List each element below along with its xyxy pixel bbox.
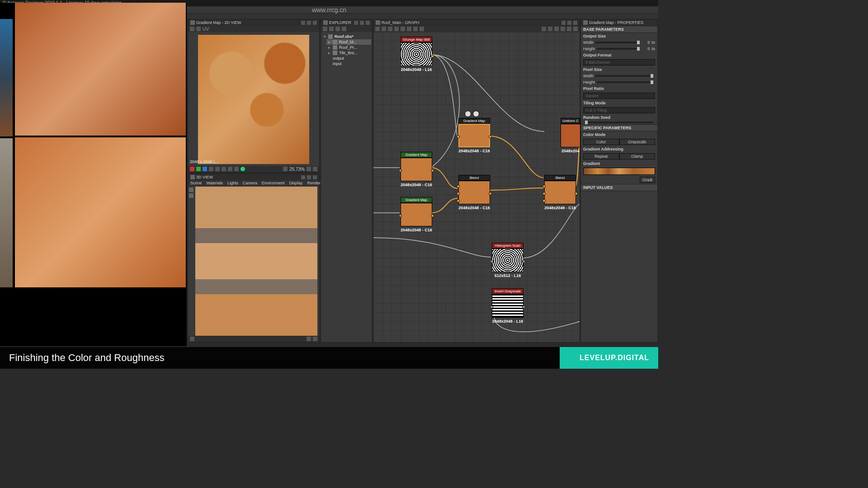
port-out[interactable] xyxy=(575,192,578,195)
graph-tool-icon[interactable] xyxy=(554,27,559,31)
channel-b-icon[interactable] xyxy=(203,167,207,171)
port-in[interactable] xyxy=(542,192,546,195)
menu-display[interactable]: Display xyxy=(289,181,303,186)
port-in[interactable] xyxy=(490,260,493,263)
grid-icon[interactable] xyxy=(209,167,213,171)
port-in[interactable] xyxy=(457,135,460,138)
port-out[interactable] xyxy=(489,135,492,138)
section-input-values[interactable]: INPUT VALUES xyxy=(581,184,657,191)
section-base-params[interactable]: BASE PARAMETERS xyxy=(581,26,657,33)
node-blend[interactable]: Blend 2048x2048 - C16 xyxy=(458,175,490,210)
node-gradient-map[interactable]: Gradient Map 2048x2048 - C16 xyxy=(458,118,490,153)
color-indicator-icon[interactable] xyxy=(241,167,245,171)
inherit-label[interactable]: In xyxy=(651,47,655,51)
port-in[interactable] xyxy=(542,199,546,202)
port-in[interactable] xyxy=(399,169,402,172)
node-action-icon[interactable] xyxy=(473,111,479,117)
graph-tool-icon[interactable] xyxy=(420,27,424,31)
graph-tool-icon[interactable] xyxy=(573,27,578,31)
channel-r-icon[interactable] xyxy=(190,167,194,171)
pixel-width-slider[interactable] xyxy=(595,75,653,77)
tool-icon[interactable] xyxy=(196,27,201,31)
seed-slider[interactable] xyxy=(585,122,653,123)
graph-tool-icon[interactable] xyxy=(407,27,411,31)
explorer-tool-icon[interactable] xyxy=(329,27,334,31)
port-in[interactable] xyxy=(457,192,460,195)
graph-tool-icon[interactable] xyxy=(548,27,552,31)
popout-icon[interactable] xyxy=(360,21,364,25)
explorer-tool-icon[interactable] xyxy=(323,27,327,31)
stats-icon[interactable] xyxy=(307,337,311,341)
node-invert-grayscale[interactable]: Invert Grayscale 2048x2048 - L16 xyxy=(492,288,524,324)
pin-icon[interactable] xyxy=(354,21,358,25)
info-icon[interactable] xyxy=(222,167,226,171)
section-specific-params[interactable]: SPECIFIC PARAMETERS xyxy=(581,124,657,131)
pixel-height-slider[interactable] xyxy=(597,81,653,83)
wire-icon[interactable] xyxy=(189,193,193,198)
render-preview-3d[interactable] xyxy=(195,187,317,336)
camera-icon[interactable] xyxy=(388,27,392,31)
tree-item[interactable]: ▸ Roof_Pr... xyxy=(326,45,371,50)
menu-lights[interactable]: Lights xyxy=(227,181,238,186)
tree-item[interactable]: input xyxy=(332,61,371,66)
graph-tool-icon[interactable] xyxy=(375,27,380,31)
pick-icon[interactable] xyxy=(234,167,239,171)
node-histogram-scan[interactable]: Histogram Scan 512x512 - L16 xyxy=(492,243,524,278)
fit-icon[interactable] xyxy=(283,167,288,171)
close-icon[interactable] xyxy=(573,21,577,25)
node-blend[interactable]: Blend 2048x2048 - C16 xyxy=(544,175,576,210)
graph-tool-icon[interactable] xyxy=(542,27,546,31)
channel-g-icon[interactable] xyxy=(196,167,201,171)
texture-preview-2d[interactable] xyxy=(198,35,309,164)
tiling-dropdown[interactable]: H & V Tiling xyxy=(583,107,655,113)
node-gradient-map[interactable]: Gradient Map 2048x2048 - C16 xyxy=(401,152,432,187)
node-grunge-map[interactable]: Grunge Map 008 2048x2048 - L16 xyxy=(401,37,432,72)
explorer-tool-icon[interactable] xyxy=(342,27,346,31)
explorer-tool-icon[interactable] xyxy=(335,27,340,31)
pin-icon[interactable] xyxy=(301,175,305,179)
port-in[interactable] xyxy=(457,185,460,188)
tree-item[interactable]: ▸ Tile_Bre... xyxy=(326,50,371,56)
gradient-edit-button[interactable]: Gradi xyxy=(640,177,655,183)
graph-tool-icon[interactable] xyxy=(561,27,565,31)
node-uniform-color[interactable]: Uniform C 2048x204 xyxy=(561,118,580,153)
color-mode-color[interactable]: Color xyxy=(583,139,619,145)
port-in[interactable] xyxy=(399,214,402,217)
port-out[interactable] xyxy=(522,305,525,309)
node-gradient-map[interactable]: Gradient Map 2048x2048 - C16 xyxy=(401,197,432,232)
port-out[interactable] xyxy=(431,55,434,58)
close-icon[interactable] xyxy=(313,175,317,179)
tool-icon[interactable] xyxy=(190,27,194,31)
popout-icon[interactable] xyxy=(567,21,571,25)
port-in[interactable] xyxy=(490,305,493,309)
info-icon[interactable] xyxy=(394,27,399,31)
menu-materials[interactable]: Materials xyxy=(207,181,223,186)
width-slider[interactable] xyxy=(595,42,640,43)
tree-item[interactable]: ▸ Roof_M... xyxy=(326,39,371,45)
graph-tool-icon[interactable] xyxy=(413,27,418,31)
graph-tool-icon[interactable] xyxy=(382,27,386,31)
ruler-icon[interactable] xyxy=(228,167,232,171)
node-action-icon[interactable] xyxy=(465,111,471,117)
graph-canvas[interactable]: Grunge Map 008 2048x2048 - L16 Gradient … xyxy=(373,32,580,342)
lock-icon[interactable] xyxy=(313,167,317,171)
height-slider[interactable] xyxy=(597,48,640,50)
pin-icon[interactable] xyxy=(301,21,305,25)
tile-icon[interactable] xyxy=(215,167,220,171)
port-in[interactable] xyxy=(457,199,460,202)
popout-icon[interactable] xyxy=(307,175,311,179)
format-dropdown[interactable]: 8 Bit/Channel xyxy=(583,59,655,66)
port-out[interactable] xyxy=(431,214,434,217)
pixel-ratio-dropdown[interactable]: Square xyxy=(583,93,655,99)
graph-tool-icon[interactable] xyxy=(567,27,571,31)
axis-icon[interactable] xyxy=(190,337,194,341)
search-icon[interactable] xyxy=(401,27,405,31)
close-icon[interactable] xyxy=(366,21,370,25)
info-icon[interactable] xyxy=(313,337,317,341)
addressing-repeat[interactable]: Repeat xyxy=(583,153,619,160)
zoom-reset-icon[interactable] xyxy=(307,167,311,171)
port-out[interactable] xyxy=(489,192,492,195)
port-out[interactable] xyxy=(431,169,434,172)
menu-camera[interactable]: Camera xyxy=(243,181,257,186)
color-mode-grayscale[interactable]: Grayscale xyxy=(619,139,656,145)
